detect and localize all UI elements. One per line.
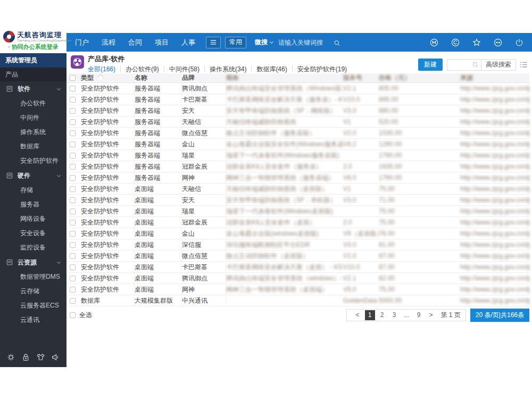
sidebar-item-cloud-comm[interactable]: 云通讯	[0, 313, 66, 327]
header-action-icons	[430, 38, 532, 47]
favorite-star-icon[interactable]	[472, 38, 481, 47]
cell-source-link[interactable]: http://www.zjcg.gov.cn/djg/	[460, 96, 529, 103]
cell-source-link[interactable]: http://www.zjcg.gov.cn/djg/	[460, 263, 529, 271]
row-checkbox[interactable]	[70, 287, 76, 293]
page-button-3[interactable]: 3	[389, 310, 400, 320]
row-checkbox[interactable]	[70, 97, 76, 103]
tab-all[interactable]: 全部(166)	[88, 65, 115, 74]
nav-portal[interactable]: 门户	[69, 38, 95, 47]
cell-source-link[interactable]: http://www.zjcg.gov.cn/djg/	[460, 252, 529, 260]
sidebar-item-middleware[interactable]: 中间件	[0, 111, 66, 125]
quick-search-input[interactable]	[447, 60, 472, 70]
sidebar-group-software[interactable]: 软件	[0, 81, 66, 96]
cell-spec: 卡巴斯基网络安全解决方案（服务器）- KS…	[226, 95, 343, 104]
search-scope-dropdown[interactable]: 微搜	[255, 38, 273, 47]
cell-source-link[interactable]: http://www.zjcg.gov.cn/djg/	[460, 275, 529, 282]
nav-menu-button[interactable]	[206, 37, 221, 48]
sidebar-group-hardware[interactable]: 硬件	[0, 168, 66, 183]
cell-source-link[interactable]: http://www.zjcg.gov.cn/djg/	[460, 152, 529, 159]
row-checkbox[interactable]	[70, 209, 76, 214]
page-next-button[interactable]: >	[426, 310, 436, 320]
nav-hr[interactable]: 人事	[175, 38, 202, 47]
row-checkbox[interactable]	[70, 220, 76, 226]
tab-security-software[interactable]: 安全防护软件(19)	[297, 65, 347, 74]
page-prev-button[interactable]: <	[353, 310, 363, 320]
row-checkbox[interactable]	[70, 119, 76, 125]
search-icon[interactable]	[472, 60, 481, 70]
cell-source-link[interactable]: http://www.zjcg.gov.cn/djg/	[460, 196, 529, 204]
cell-source-link[interactable]: http://www.zjcg.gov.cn/djg/	[460, 230, 529, 237]
sidebar-item-ecs[interactable]: 云服务器ECS	[0, 298, 66, 313]
nav-process[interactable]: 流程	[95, 38, 122, 47]
row-checkbox[interactable]	[70, 175, 76, 181]
sidebar-item-monitor-device[interactable]: 监控设备	[0, 240, 66, 255]
tab-database[interactable]: 数据库(46)	[256, 65, 287, 74]
theme-tshirt-icon[interactable]	[36, 353, 45, 362]
sidebar-item-security-device[interactable]: 安全设备	[0, 226, 66, 240]
row-checkbox[interactable]	[70, 242, 76, 248]
page-button-9[interactable]: 9	[414, 310, 424, 320]
row-checkbox[interactable]	[70, 253, 76, 259]
cell-source-link[interactable]: http://www.zjcg.gov.cn/djg/	[460, 286, 529, 293]
more-options-icon[interactable]	[494, 38, 502, 47]
page-size-summary[interactable]: 20 条/页|共166条	[470, 309, 529, 322]
row-checkbox[interactable]	[70, 264, 76, 270]
sidebar-section-product[interactable]: 产品	[0, 68, 66, 81]
row-checkbox[interactable]	[70, 164, 76, 170]
page-button-1[interactable]: 1	[365, 310, 375, 320]
row-checkbox[interactable]	[70, 197, 76, 203]
sidebar-item-dms[interactable]: 数据管理DMS	[0, 270, 66, 284]
row-checkbox[interactable]	[70, 130, 76, 136]
select-all-checkbox[interactable]	[70, 312, 76, 318]
new-button[interactable]: 新建	[418, 59, 443, 71]
row-checkbox[interactable]	[70, 231, 76, 237]
sidebar-item-database[interactable]: 数据库	[0, 139, 66, 154]
sidebar-item-office-software[interactable]: 办公软件	[0, 96, 66, 111]
nav-contract[interactable]: 合同	[122, 38, 148, 47]
sidebar-group-cloud[interactable]: 云资源	[0, 255, 66, 270]
row-checkbox[interactable]	[70, 86, 76, 92]
tab-middleware[interactable]: 中间件(58)	[169, 65, 200, 74]
row-checkbox[interactable]	[70, 153, 76, 159]
cell-source-link[interactable]: http://www.zjcg.gov.cn/djg/	[460, 85, 529, 92]
cell-source-link[interactable]: http://www.zjcg.gov.cn/djg/	[460, 174, 529, 181]
advanced-search-button[interactable]: 高级搜索	[481, 60, 516, 70]
row-checkbox[interactable]	[70, 298, 76, 304]
search-icon[interactable]	[334, 39, 340, 46]
sidebar-item-storage[interactable]: 存储	[0, 183, 66, 197]
search-input[interactable]	[278, 39, 334, 46]
page-button-2[interactable]: 2	[377, 310, 387, 320]
sidebar-item-server[interactable]: 服务器	[0, 197, 66, 212]
sidebar-item-security-software[interactable]: 安全防护软件	[0, 154, 66, 168]
oa-login-link[interactable]: · 协同办公系统登录	[0, 43, 66, 51]
row-checkbox[interactable]	[70, 142, 76, 147]
settings-gear-icon[interactable]	[6, 353, 15, 362]
cell-source-link[interactable]: http://www.zjcg.gov.cn/djg/	[460, 297, 529, 304]
cell-source-link[interactable]: http://www.zjcg.gov.cn/djg/	[460, 118, 529, 126]
select-all-header-checkbox[interactable]	[70, 75, 76, 81]
power-logout-icon[interactable]	[515, 38, 523, 47]
lock-icon[interactable]	[21, 353, 30, 362]
nav-favorites-button[interactable]: 常用	[225, 37, 246, 48]
nav-project[interactable]: 项目	[148, 38, 175, 47]
m-badge-icon[interactable]	[430, 38, 438, 47]
sidebar-item-os[interactable]: 操作系统	[0, 125, 66, 139]
tab-office-software[interactable]: 办公软件(9)	[126, 65, 159, 74]
tab-os[interactable]: 操作系统(34)	[210, 65, 246, 74]
cell-source-link[interactable]: http://www.zjcg.gov.cn/djg/	[460, 129, 529, 137]
sidebar-item-network-device[interactable]: 网络设备	[0, 212, 66, 226]
row-checkbox[interactable]	[70, 186, 76, 192]
cell-source-link[interactable]: http://www.zjcg.gov.cn/djg/	[460, 219, 529, 226]
cell-source-link[interactable]: http://www.zjcg.gov.cn/djg/	[460, 140, 529, 148]
cell-source-link[interactable]: http://www.zjcg.gov.cn/djg/	[460, 241, 529, 248]
sidebar-item-cloud-storage[interactable]: 云存储	[0, 284, 66, 298]
cell-source-link[interactable]: http://www.zjcg.gov.cn/djg/	[460, 107, 529, 114]
sound-speaker-icon[interactable]	[51, 353, 60, 362]
row-checkbox[interactable]	[70, 276, 76, 281]
cell-source-link[interactable]: http://www.zjcg.gov.cn/djg/	[460, 207, 529, 215]
message-icon[interactable]	[451, 38, 460, 47]
cell-source-link[interactable]: http://www.zjcg.gov.cn/djg/	[460, 185, 529, 193]
row-checkbox[interactable]	[70, 108, 76, 114]
cell-source-link[interactable]: http://www.zjcg.gov.cn/djg/	[460, 163, 529, 170]
list-view-icon[interactable]	[520, 61, 528, 69]
